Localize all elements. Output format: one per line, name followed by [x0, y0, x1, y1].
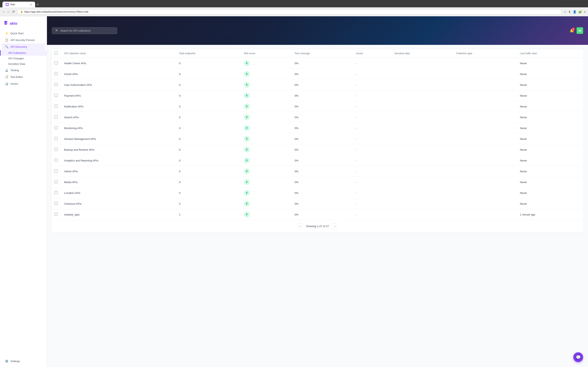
table-row[interactable]: shadow_apis 1 0 0% - 1 minute ago: [51, 209, 584, 220]
sidebar-item-api-security-posture[interactable]: 📋 API Security Posture: [2, 37, 45, 43]
notification-button[interactable]: 🔔 1: [570, 28, 574, 33]
table-row[interactable]: User Authorization APIs 0 0 0% - Never: [51, 80, 584, 90]
row-issues: -: [353, 209, 391, 220]
download-icon[interactable]: ⬇: [568, 10, 571, 13]
browser-tab[interactable]: Akto ×: [2, 2, 35, 7]
search-bar[interactable]: 🔍 Search for API collections: [52, 27, 117, 34]
table-wrapper: API collection name Total endpoints Risk…: [51, 49, 584, 220]
table-row[interactable]: Analytics and Reporting APIs 0 0 0% - Ne…: [51, 155, 584, 166]
logo-icon: [3, 20, 8, 26]
row-collection-name: Location APIs: [61, 188, 176, 198]
sidebar-item-testing[interactable]: 🔬 Testing: [2, 67, 45, 73]
browser-menu-icon[interactable]: ≡: [584, 10, 586, 13]
row-last-traffic: Never: [517, 188, 584, 198]
header-issues: Issues: [353, 49, 391, 58]
table-row[interactable]: Payment APIs 0 0 0% - Never: [51, 90, 584, 101]
forward-button[interactable]: ›: [7, 9, 9, 15]
pagination-info: Showing 1-27 of 27: [304, 225, 330, 228]
table-row[interactable]: Health Check APIs 0 0 0% - Never: [51, 58, 584, 69]
row-issues: -: [353, 123, 391, 133]
sidebar-item-quick-start[interactable]: ⚡ Quick Start: [2, 30, 45, 36]
table-row[interactable]: Session Management APIs 0 0 0% - Never: [51, 133, 584, 144]
row-collection-type: [453, 166, 517, 177]
row-risk-score: 0: [241, 90, 291, 101]
user-avatar[interactable]: IN: [577, 27, 583, 34]
table-row[interactable]: Monitoring APIs 0 0 0% - Never: [51, 123, 584, 133]
row-sensitive-data: [391, 177, 453, 188]
table-row[interactable]: OAuth APIs 0 0 0% - Never: [51, 69, 584, 80]
quick-start-icon: ⚡: [5, 32, 8, 35]
chat-button[interactable]: 💬: [573, 352, 583, 362]
bookmark-icon[interactable]: ☆: [564, 10, 566, 13]
row-total-endpoints: 0: [176, 69, 241, 80]
row-last-traffic: Never: [517, 133, 584, 144]
row-checkbox-9[interactable]: [54, 159, 58, 162]
row-checkbox-14[interactable]: [54, 213, 58, 216]
sidebar-item-sensitive-data[interactable]: Sensitive Data: [0, 61, 47, 67]
row-test-coverage: 0%: [291, 123, 353, 133]
row-checkbox-5[interactable]: [54, 115, 58, 118]
row-last-traffic: Never: [517, 90, 584, 101]
tab-favicon: [6, 3, 9, 6]
prev-page-button[interactable]: ‹: [297, 223, 303, 229]
row-sensitive-data: [391, 80, 453, 90]
row-checkbox-6[interactable]: [54, 126, 58, 129]
row-collection-type: [453, 112, 517, 123]
row-test-coverage: 0%: [291, 209, 353, 220]
header-total-endpoints: Total endpoints: [176, 49, 241, 58]
back-button[interactable]: ‹: [2, 9, 5, 15]
logo-text: akto: [10, 21, 17, 26]
table-row[interactable]: Checkout APIs 0 0 0% - Never: [51, 198, 584, 209]
row-test-coverage: 0%: [291, 112, 353, 123]
row-last-traffic: Never: [517, 166, 584, 177]
row-sensitive-data: [391, 166, 453, 177]
extensions-icon[interactable]: 🧩: [579, 10, 582, 13]
row-checkbox-10[interactable]: [54, 169, 58, 173]
sidebar-item-issues[interactable]: 📊 Issues: [2, 80, 45, 87]
row-collection-name: Health Check APIs: [61, 58, 176, 69]
new-tab-button[interactable]: +: [37, 2, 39, 7]
row-checkbox-13[interactable]: [54, 202, 58, 205]
row-checkbox-7[interactable]: [54, 137, 58, 140]
url-bar[interactable]: 🔒 https://app.akto.io/dashboard/observe/…: [17, 9, 562, 15]
table-row[interactable]: Admin APIs 0 0 0% - Never: [51, 166, 584, 177]
table-row[interactable]: Notification APIs 0 0 0% - Never: [51, 101, 584, 112]
row-checkbox-cell: [51, 133, 61, 144]
row-checkbox-1[interactable]: [54, 72, 58, 75]
next-page-button[interactable]: ›: [332, 223, 337, 229]
profile-icon[interactable]: 👤: [573, 10, 576, 13]
row-checkbox-2[interactable]: [54, 83, 58, 86]
row-issues: -: [353, 155, 391, 166]
sidebar-item-settings[interactable]: ⚙️ Settings: [2, 358, 45, 364]
row-collection-name: Search APIs: [61, 112, 176, 123]
table-row[interactable]: Search APIs 0 0 0% - Never: [51, 112, 584, 123]
row-test-coverage: 0%: [291, 188, 353, 198]
sidebar-logo: akto: [0, 19, 47, 30]
row-sensitive-data: [391, 133, 453, 144]
row-last-traffic: Never: [517, 101, 584, 112]
row-checkbox-11[interactable]: [54, 180, 58, 183]
table-row[interactable]: Backup and Restore APIs 0 0 0% - Never: [51, 144, 584, 155]
select-all-checkbox[interactable]: [54, 52, 58, 55]
sidebar-item-api-changes[interactable]: API Changes: [0, 56, 47, 61]
row-checkbox-0[interactable]: [54, 61, 58, 64]
sidebar-item-api-discovery[interactable]: 🔍 API Discovery: [2, 43, 45, 50]
tab-close-button[interactable]: ×: [30, 3, 32, 6]
row-total-endpoints: 0: [176, 198, 241, 209]
testing-icon: 🔬: [5, 68, 8, 72]
row-checkbox-3[interactable]: [54, 94, 58, 97]
row-checkbox-12[interactable]: [54, 191, 58, 194]
row-checkbox-cell: [51, 58, 61, 69]
row-total-endpoints: 0: [176, 80, 241, 90]
sidebar-item-api-collections[interactable]: API Collections: [0, 50, 47, 56]
sidebar-item-test-editor[interactable]: 📝 Test Editor: [2, 74, 45, 80]
row-checkbox-4[interactable]: [54, 105, 58, 108]
row-checkbox-8[interactable]: [54, 148, 58, 151]
refresh-button[interactable]: ↺: [11, 9, 16, 15]
row-issues: -: [353, 90, 391, 101]
table-row[interactable]: Location APIs 0 0 0% - Never: [51, 188, 584, 198]
sidebar-label-test-editor: Test Editor: [10, 75, 23, 78]
row-risk-score: 0: [241, 101, 291, 112]
header-last-traffic: Last traffic seen: [517, 49, 584, 58]
table-row[interactable]: Media APIs 0 0 0% - Never: [51, 177, 584, 188]
